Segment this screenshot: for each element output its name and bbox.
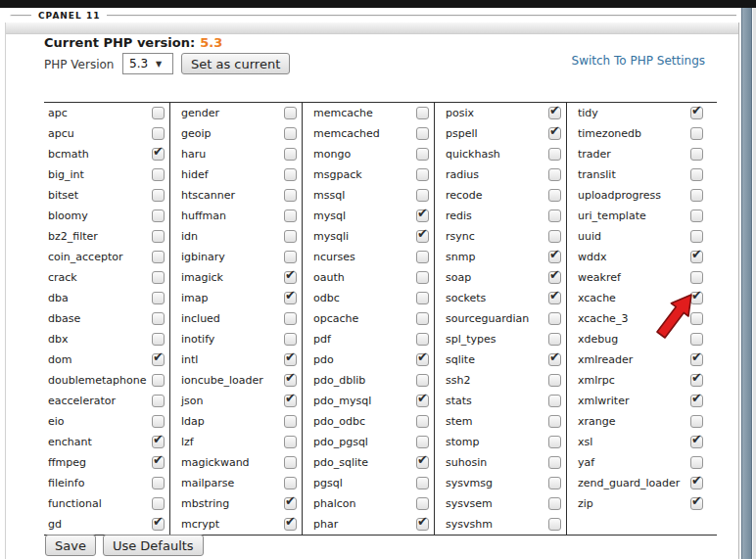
extension-checkbox-mcrypt[interactable] [284, 518, 297, 531]
extension-checkbox-translit[interactable] [690, 168, 703, 181]
extension-checkbox-haru[interactable] [284, 148, 297, 161]
extension-checkbox-quickhash[interactable] [548, 148, 561, 161]
extension-checkbox-intl[interactable] [284, 353, 297, 366]
extension-checkbox-hidef[interactable] [284, 168, 297, 181]
extension-checkbox-pdf[interactable] [416, 333, 429, 346]
extension-checkbox-pdo_pgsql[interactable] [416, 436, 429, 448]
extension-checkbox-dbase[interactable] [152, 312, 165, 325]
extension-checkbox-uuid[interactable] [690, 230, 703, 243]
extension-checkbox-memcached[interactable] [416, 127, 429, 140]
extension-checkbox-snmp[interactable] [548, 251, 561, 263]
extension-checkbox-trader[interactable] [690, 148, 703, 161]
extension-checkbox-phalcon[interactable] [416, 497, 429, 510]
extension-checkbox-rsync[interactable] [548, 230, 561, 243]
set-as-current-button[interactable]: Set as current [181, 53, 290, 74]
extension-checkbox-crack[interactable] [152, 271, 165, 284]
extension-checkbox-suhosin[interactable] [548, 456, 561, 469]
extension-checkbox-eaccelerator[interactable] [152, 395, 165, 407]
extension-checkbox-ncurses[interactable] [416, 251, 429, 263]
extension-checkbox-mysqli[interactable] [416, 230, 429, 243]
extension-checkbox-pdo_sqlite[interactable] [416, 456, 429, 469]
extension-checkbox-pgsql[interactable] [416, 477, 429, 489]
extension-checkbox-phar[interactable] [416, 518, 429, 531]
extension-checkbox-pdo_mysql[interactable] [416, 395, 429, 407]
extension-checkbox-msgpack[interactable] [416, 168, 429, 181]
extension-checkbox-opcache[interactable] [416, 312, 429, 325]
extension-checkbox-coin_acceptor[interactable] [152, 251, 165, 263]
extension-checkbox-posix[interactable] [548, 107, 561, 119]
extension-checkbox-big_int[interactable] [152, 168, 165, 181]
extension-checkbox-spl_types[interactable] [548, 333, 561, 346]
extension-checkbox-xmlreader[interactable] [690, 353, 703, 366]
extension-checkbox-weakref[interactable] [690, 271, 703, 284]
extension-checkbox-timezonedb[interactable] [690, 127, 703, 140]
extension-checkbox-apc[interactable] [152, 107, 165, 119]
extension-checkbox-sysvsem[interactable] [548, 497, 561, 510]
extension-checkbox-doublemetaphone[interactable] [152, 374, 165, 387]
extension-checkbox-gd[interactable] [152, 518, 165, 531]
extension-checkbox-xmlwriter[interactable] [690, 395, 703, 407]
extension-checkbox-enchant[interactable] [152, 436, 165, 448]
extension-checkbox-redis[interactable] [548, 210, 561, 222]
extension-checkbox-pdo[interactable] [416, 353, 429, 366]
extension-checkbox-inotify[interactable] [284, 333, 297, 346]
extension-checkbox-bloomy[interactable] [152, 210, 165, 222]
use-defaults-button[interactable]: Use Defaults [103, 535, 204, 556]
extension-checkbox-ldap[interactable] [284, 415, 297, 428]
extension-checkbox-mailparse[interactable] [284, 477, 297, 489]
extension-checkbox-huffman[interactable] [284, 210, 297, 222]
extension-checkbox-functional[interactable] [152, 497, 165, 510]
extension-checkbox-uri_template[interactable] [690, 210, 703, 222]
extension-checkbox-recode[interactable] [548, 189, 561, 202]
extension-checkbox-mysql[interactable] [416, 210, 429, 222]
extension-checkbox-fileinfo[interactable] [152, 477, 165, 489]
extension-checkbox-bcmath[interactable] [152, 148, 165, 161]
extension-checkbox-dom[interactable] [152, 353, 165, 366]
extension-checkbox-ssh2[interactable] [548, 374, 561, 387]
extension-checkbox-xmlrpc[interactable] [690, 374, 703, 387]
extension-checkbox-dba[interactable] [152, 292, 165, 304]
extension-checkbox-stomp[interactable] [548, 436, 561, 448]
extension-checkbox-sourceguardian[interactable] [548, 312, 561, 325]
extension-checkbox-geoip[interactable] [284, 127, 297, 140]
extension-checkbox-imagick[interactable] [284, 271, 297, 284]
extension-checkbox-ioncube_loader[interactable] [284, 374, 297, 387]
extension-checkbox-lzf[interactable] [284, 436, 297, 448]
extension-checkbox-pdo_odbc[interactable] [416, 415, 429, 428]
extension-checkbox-mongo[interactable] [416, 148, 429, 161]
extension-checkbox-xrange[interactable] [690, 415, 703, 428]
switch-to-php-settings-link[interactable]: Switch To PHP Settings [572, 54, 705, 68]
extension-checkbox-sqlite[interactable] [548, 353, 561, 366]
extension-checkbox-uploadprogress[interactable] [690, 189, 703, 202]
extension-checkbox-sysvshm[interactable] [548, 518, 561, 531]
extension-checkbox-htscanner[interactable] [284, 189, 297, 202]
extension-checkbox-ffmpeg[interactable] [152, 456, 165, 469]
extension-checkbox-sockets[interactable] [548, 292, 561, 304]
extension-checkbox-xsl[interactable] [690, 436, 703, 448]
extension-checkbox-imap[interactable] [284, 292, 297, 304]
extension-checkbox-zip[interactable] [690, 497, 703, 510]
extension-checkbox-tidy[interactable] [690, 107, 703, 119]
extension-checkbox-magickwand[interactable] [284, 456, 297, 469]
extension-checkbox-igbinary[interactable] [284, 251, 297, 263]
extension-checkbox-soap[interactable] [548, 271, 561, 284]
extension-checkbox-stem[interactable] [548, 415, 561, 428]
php-version-select[interactable]: 5.3 ▼ [122, 53, 173, 74]
extension-checkbox-gender[interactable] [284, 107, 297, 119]
extension-checkbox-inclued[interactable] [284, 312, 297, 325]
extension-checkbox-idn[interactable] [284, 230, 297, 243]
extension-checkbox-memcache[interactable] [416, 107, 429, 119]
extension-checkbox-eio[interactable] [152, 415, 165, 428]
extension-checkbox-dbx[interactable] [152, 333, 165, 346]
extension-checkbox-yaf[interactable] [690, 456, 703, 469]
extension-checkbox-mbstring[interactable] [284, 497, 297, 510]
extension-checkbox-apcu[interactable] [152, 127, 165, 140]
extension-checkbox-pdo_dblib[interactable] [416, 374, 429, 387]
extension-checkbox-sysvmsg[interactable] [548, 477, 561, 489]
extension-checkbox-radius[interactable] [548, 168, 561, 181]
extension-checkbox-pspell[interactable] [548, 127, 561, 140]
extension-checkbox-bz2_filter[interactable] [152, 230, 165, 243]
extension-checkbox-bitset[interactable] [152, 189, 165, 202]
extension-checkbox-mssql[interactable] [416, 189, 429, 202]
extension-checkbox-zend_guard_loader[interactable] [690, 477, 703, 489]
